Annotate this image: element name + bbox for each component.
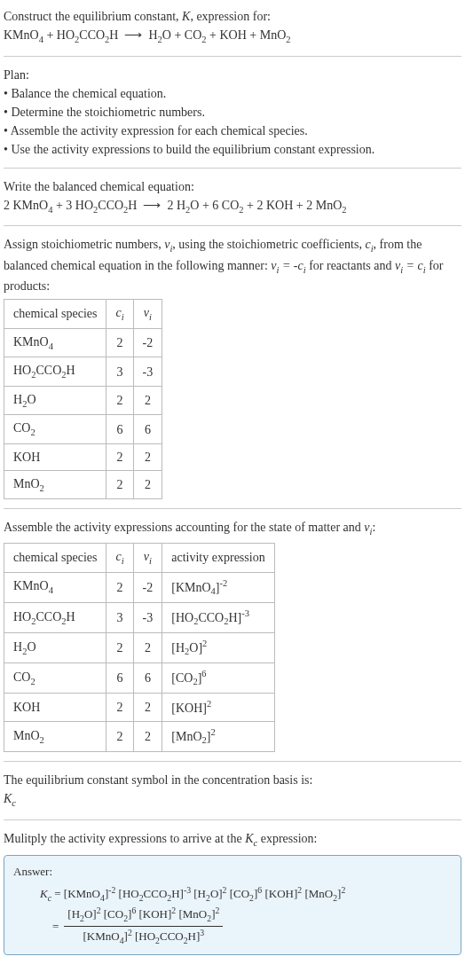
- cell-c: 2: [106, 386, 133, 415]
- cell-activity: [HO2CCO2H]-3: [162, 602, 274, 632]
- denominator: [KMnO4]2 [HO2CCO2H]3: [64, 927, 223, 948]
- cell-species: CO2: [4, 415, 106, 444]
- kc-sub: c: [12, 798, 16, 808]
- cell-species: CO2: [4, 663, 106, 694]
- divider: [4, 168, 461, 169]
- col-vi: νi: [133, 300, 162, 329]
- rel: νi = ci: [395, 259, 426, 272]
- cell-v: 2: [133, 694, 162, 722]
- cell-v: -2: [133, 572, 162, 602]
- kc-symbol: Kc: [245, 832, 257, 845]
- cell-v: -3: [133, 357, 162, 387]
- cell-c: 2: [106, 694, 133, 722]
- intro-text: Construct the equilibrium constant,: [4, 10, 182, 23]
- answer-box: Answer: Kc = [KMnO4]-2 [HO2CCO2H]-3 [H2O…: [4, 855, 461, 955]
- cell-species: H2O: [4, 632, 106, 662]
- text: for reactants and: [306, 259, 395, 272]
- stoich-block: Assign stoichiometric numbers, νi, using…: [4, 235, 461, 499]
- cell-v: 6: [133, 415, 162, 444]
- col-species: chemical species: [4, 300, 106, 329]
- table-row: CO266[CO2]6: [4, 663, 275, 694]
- table-row: HO2CCO2H3-3: [4, 357, 162, 387]
- nu-symbol: νi: [164, 238, 172, 251]
- cell-activity: [CO2]6: [162, 663, 274, 694]
- kc-k: K: [4, 792, 12, 805]
- col-vi: νi: [133, 544, 162, 573]
- text: Assign stoichiometric numbers,: [4, 238, 164, 251]
- plan-item: • Determine the stoichiometric numbers.: [4, 103, 461, 122]
- reaction-arrow-icon: ⟶: [124, 26, 142, 44]
- plan-item: • Balance the chemical equation.: [4, 84, 461, 103]
- cell-v: -2: [133, 328, 162, 357]
- divider: [4, 819, 461, 820]
- intro-block: Construct the equilibrium constant, K, e…: [4, 7, 461, 47]
- table-row: KOH22: [4, 443, 162, 470]
- numerator: [H2O]2 [CO2]6 [KOH]2 [MnO2]2: [64, 905, 223, 927]
- text: , using the stoichiometric coefficients,: [172, 238, 365, 251]
- answer-equation-line1: Kc = [KMnO4]-2 [HO2CCO2H]-3 [H2O]2 [CO2]…: [13, 884, 452, 906]
- activity-table: chemical species ci νi activity expressi…: [4, 543, 275, 752]
- rel: νi = -ci: [271, 259, 305, 272]
- divider: [4, 761, 461, 762]
- table-row: MnO222: [4, 470, 162, 499]
- text: Assemble the activity expressions accoun…: [4, 521, 364, 534]
- cell-v: 2: [133, 470, 162, 499]
- table-row: H2O22: [4, 386, 162, 415]
- plan-block: Plan: • Balance the chemical equation. •…: [4, 66, 461, 159]
- cell-v: 2: [133, 443, 162, 470]
- balanced-title: Write the balanced chemical equation:: [4, 177, 461, 196]
- intro-line-1: Construct the equilibrium constant, K, e…: [4, 7, 461, 26]
- col-ci: ci: [106, 300, 133, 329]
- table-row: CO266: [4, 415, 162, 444]
- cell-activity: [KOH]2: [162, 694, 274, 722]
- cell-species: KOH: [4, 443, 106, 470]
- table-row: H2O22[H2O]2: [4, 632, 275, 662]
- cell-c: 3: [106, 602, 133, 632]
- table-row: KMnO42-2[KMnO4]-2: [4, 572, 275, 602]
- cell-c: 2: [106, 443, 133, 470]
- divider: [4, 508, 461, 509]
- col-ci: ci: [106, 544, 133, 573]
- c-symbol: ci: [365, 238, 373, 251]
- cell-species: MnO2: [4, 470, 106, 499]
- cell-c: 6: [106, 415, 133, 444]
- col-species: chemical species: [4, 544, 106, 573]
- divider: [4, 225, 461, 226]
- cell-species: HO2CCO2H: [4, 357, 106, 387]
- table-row: KMnO42-2: [4, 328, 162, 357]
- cell-species: MnO2: [4, 722, 106, 752]
- intro-k: K: [182, 10, 190, 23]
- answer-equation-line2: = [H2O]2 [CO2]6 [KOH]2 [MnO2]2 [KMnO4]2 …: [13, 905, 223, 947]
- table-row: KOH22[KOH]2: [4, 694, 275, 722]
- cell-c: 2: [106, 328, 133, 357]
- cell-v: 6: [133, 663, 162, 694]
- cell-v: 2: [133, 386, 162, 415]
- table-row: MnO222[MnO2]2: [4, 722, 275, 752]
- cell-activity: [H2O]2: [162, 632, 274, 662]
- kc-line: The equilibrium constant symbol in the c…: [4, 771, 461, 789]
- cell-species: KOH: [4, 694, 106, 722]
- kc-symbol: Kc: [4, 789, 461, 811]
- cell-v: 2: [133, 632, 162, 662]
- table-header-row: chemical species ci νi activity expressi…: [4, 544, 275, 573]
- multiply-block: Mulitply the activity expressions to arr…: [4, 829, 461, 956]
- text: expression:: [257, 832, 317, 845]
- plan-item: • Assemble the activity expression for e…: [4, 122, 461, 140]
- col-activity: activity expression: [162, 544, 274, 573]
- balanced-block: Write the balanced chemical equation: 2 …: [4, 177, 461, 217]
- multiply-line: Mulitply the activity expressions to arr…: [4, 829, 461, 851]
- cell-species: HO2CCO2H: [4, 602, 106, 632]
- table-header-row: chemical species ci νi: [4, 300, 162, 329]
- activity-block: Assemble the activity expressions accoun…: [4, 518, 461, 752]
- cell-c: 3: [106, 357, 133, 387]
- cell-v: 2: [133, 722, 162, 752]
- reaction-arrow-icon: ⟶: [143, 196, 161, 215]
- balanced-equation: 2 KMnO4 + 3 HO2CCO2H ⟶ 2 H2O + 6 CO2 + 2…: [4, 196, 461, 217]
- cell-species: KMnO4: [4, 328, 106, 357]
- cell-c: 2: [106, 722, 133, 752]
- text: Mulitply the activity expressions to arr…: [4, 832, 245, 845]
- cell-c: 2: [106, 632, 133, 662]
- text: :: [372, 521, 375, 534]
- cell-activity: [MnO2]2: [162, 722, 274, 752]
- cell-c: 2: [106, 572, 133, 602]
